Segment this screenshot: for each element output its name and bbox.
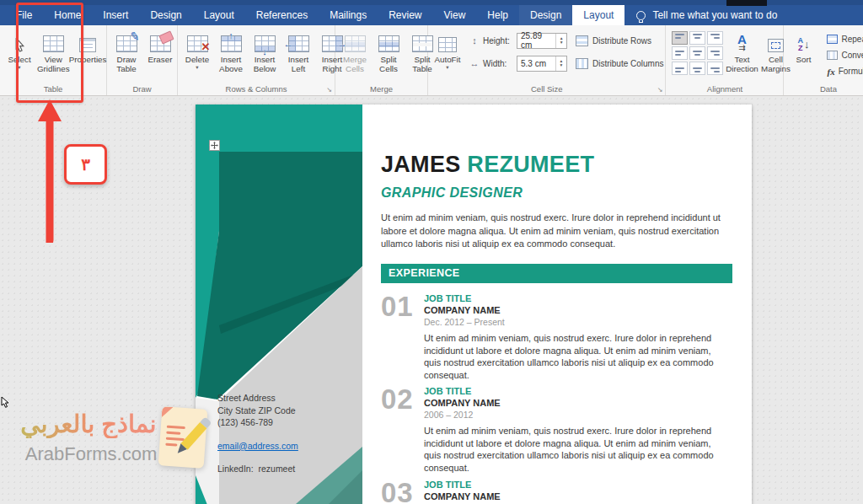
tab-view[interactable]: View [433,5,477,25]
job-company: COMPANY NAME [424,491,732,502]
height-label: Height: [483,36,513,46]
contact-linkedin: LinkedIn: rezumeet [217,463,352,475]
spin-down-icon[interactable]: ▾ [560,63,563,67]
width-label: Width: [483,59,513,68]
tell-me-box[interactable]: Tell me what you want to do [624,5,789,25]
job-dates: Dec. 2012 – Present [424,317,732,327]
tab-tabletools-design[interactable]: Design [519,5,572,25]
insert-left-icon: ← [288,35,309,52]
split-cells-icon [378,35,399,52]
insert-below-button[interactable]: ↓ Insert Below [248,27,281,73]
tab-layout[interactable]: Layout [193,5,245,25]
insert-below-icon: ↓ [255,35,276,52]
height-input[interactable]: 25.89 cm ▴ ▾ [517,33,567,49]
tab-mailings[interactable]: Mailings [319,5,378,25]
align-bottom-center-button[interactable] [689,62,705,75]
formula-button[interactable]: fx Formula [827,63,863,79]
tab-design[interactable]: Design [139,5,192,25]
job-number: 03 [381,477,414,504]
lightbulb-icon [636,11,646,20]
merge-cells-button[interactable]: Merge Cells [338,27,372,73]
cell-margins-icon [768,39,784,52]
align-bottom-left-button[interactable] [672,62,688,75]
delete-label: Delete [185,55,209,64]
annotation-step-badge: ٣ [64,144,107,185]
draw-table-button[interactable]: ✎ Draw Table [110,27,143,73]
insert-left-button[interactable]: ← Insert Left [281,27,315,73]
rows-columns-dialog-launcher[interactable]: ↘ [326,87,332,94]
eraser-label: Eraser [148,55,173,64]
insert-left-label: Insert Left [282,55,314,73]
group-label-cell-size: Cell Size [428,84,665,94]
experience-section-header: EXPERIENCE [381,264,732,283]
table-move-handle[interactable] [209,140,220,151]
job-title: JOB TITLE [424,386,732,397]
group-data: AZ↓ Sort Repeat Convert fx Formula [784,25,863,95]
cell-size-dialog-launcher[interactable]: ↘ [657,87,663,94]
job-title: JOB TITLE [424,480,732,491]
distribute-columns-button[interactable]: Distribute Columns [576,54,663,72]
align-center-right-button[interactable] [707,46,723,60]
insert-below-label: Insert Below [249,55,281,73]
align-top-right-button[interactable] [707,31,723,45]
contact-city: City State ZIP Code [217,405,352,417]
distribute-rows-button[interactable]: Distribute Rows [576,31,663,50]
text-direction-icon: A⇉ [737,35,747,52]
group-label-data: Data [784,84,863,94]
convert-icon [827,51,838,60]
group-cell-size: AutoFit ▾ ↕ Height: 25.89 cm ▴ ▾ [428,25,666,95]
convert-to-text-button[interactable]: Convert [827,47,863,63]
insert-above-label: Insert Above [215,55,247,73]
split-cells-button[interactable]: Split Cells [372,27,405,73]
x-mark-icon: ✕ [201,41,211,54]
height-spinner[interactable]: ▴ ▾ [555,34,566,48]
job-entry-2: 02 JOB TITLE COMPANY NAME 2006 – 2012 Ut… [381,386,732,474]
alignment-grid [672,31,723,75]
align-top-left-button[interactable] [672,31,688,45]
insert-above-icon: ↑ [221,35,242,52]
resume-page[interactable]: Street Address City State ZIP Code (123)… [196,105,752,504]
tab-references[interactable]: References [245,5,319,25]
align-top-center-button[interactable] [689,31,705,45]
ribbon-tab-bar: File Home Insert Design Layout Reference… [0,0,863,25]
align-center-button[interactable] [689,46,705,60]
eraser-button[interactable]: Eraser [143,27,177,64]
repeat-header-icon [827,35,838,44]
formula-label: Formula [839,67,863,76]
annotation-arrow [37,99,62,244]
arrow-up-icon: ↑ [228,31,233,40]
sort-label: Sort [796,55,812,64]
contact-email-link[interactable]: email@address.com [217,441,298,451]
draw-table-icon: ✎ [116,35,137,52]
column-width-icon: ↔ [469,58,480,68]
text-direction-label: Text Direction [726,55,758,73]
watermark-document-pencil-icon [158,406,208,469]
tab-help[interactable]: Help [476,5,519,25]
job-company: COMPANY NAME [424,398,732,409]
row-height-icon: ↕ [469,35,480,46]
arrow-down-icon: ↓ [262,47,267,56]
autofit-icon [438,37,457,52]
watermark-arabic-text: نماذج بالعربي [17,410,160,438]
tab-tabletools-layout[interactable]: Layout [572,5,624,25]
job-number: 01 [381,291,414,323]
repeat-header-rows-button[interactable]: Repeat [827,31,863,47]
width-spinner[interactable]: ▴ ▾ [555,56,566,71]
eraser-table-icon [150,35,171,52]
move-cross-icon [211,142,218,149]
align-bottom-right-button[interactable] [707,62,723,75]
annotation-highlight-box [16,3,83,103]
job-entry-1: 01 JOB TITLE COMPANY NAME Dec. 2012 – Pr… [381,293,732,381]
spin-down-icon[interactable]: ▾ [560,40,563,45]
delete-button[interactable]: ✕ Delete ▾ [180,27,214,70]
autofit-button[interactable]: AutoFit ▾ [431,27,464,70]
job-description: Ut enim ad minim veniam, quis nostrud ex… [424,332,724,381]
tab-insert[interactable]: Insert [92,5,139,25]
tab-review[interactable]: Review [378,5,432,25]
sort-button[interactable]: AZ↓ Sort [786,27,820,64]
width-input[interactable]: 5.3 cm ▴ ▾ [517,56,567,72]
text-direction-button[interactable]: A⇉ Text Direction [725,27,758,73]
align-center-left-button[interactable] [672,46,688,60]
insert-above-button[interactable]: ↑ Insert Above [214,27,248,73]
mouse-cursor [1,396,10,408]
